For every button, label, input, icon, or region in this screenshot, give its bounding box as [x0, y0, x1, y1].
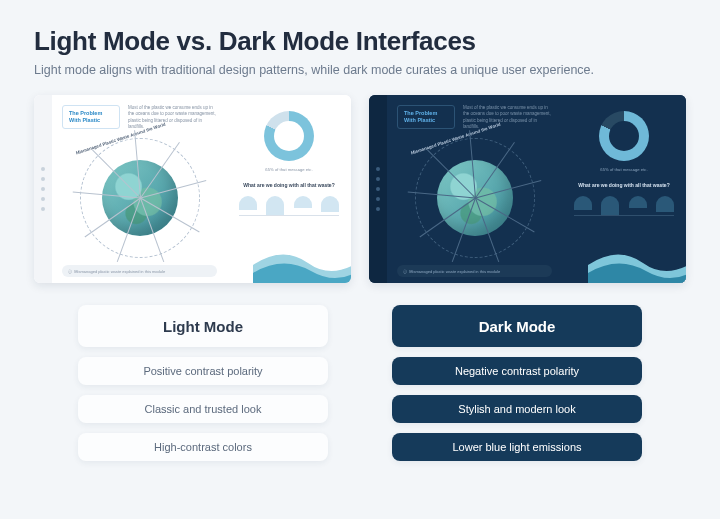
donut-chart — [599, 111, 649, 161]
dark-feature: Stylish and modern look — [392, 395, 642, 423]
preview-row: The Problem With Plastic Most of the pla… — [34, 95, 686, 283]
sidebar-rail — [34, 95, 52, 283]
caption-bar: ⓘ Mismanaged plastic waste explained in … — [397, 265, 552, 277]
globe-chart: Mismanaged Plastic Waste Around the Worl… — [76, 134, 204, 262]
wave-decoration — [253, 245, 351, 283]
light-feature: High-contrast colors — [78, 433, 328, 461]
light-feature: Positive contrast polarity — [78, 357, 328, 385]
dark-mode-heading: Dark Mode — [392, 305, 642, 347]
sidebar-rail — [369, 95, 387, 283]
dark-feature: Negative contrast polarity — [392, 357, 642, 385]
light-column: Light Mode Positive contrast polarity Cl… — [78, 305, 328, 461]
dark-column: Dark Mode Negative contrast polarity Sty… — [392, 305, 642, 461]
donut-chart — [264, 111, 314, 161]
mini-bar-chart — [239, 196, 339, 216]
dark-feature: Lower blue light emissions — [392, 433, 642, 461]
dark-preview: The Problem With Plastic Most of the pla… — [369, 95, 686, 283]
caption-bar: ⓘ Mismanaged plastic waste explained in … — [62, 265, 217, 277]
globe-chart: Mismanaged Plastic Waste Around the Worl… — [411, 134, 539, 262]
light-preview: The Problem With Plastic Most of the pla… — [34, 95, 351, 283]
page-title: Light Mode vs. Dark Mode Interfaces — [34, 26, 686, 57]
mini-bar-chart — [574, 196, 674, 216]
wave-decoration — [588, 245, 686, 283]
light-feature: Classic and trusted look — [78, 395, 328, 423]
page-subtitle: Light mode aligns with traditional desig… — [34, 63, 686, 77]
info-card-title: The Problem With Plastic — [62, 105, 120, 129]
comparison-cards: Light Mode Positive contrast polarity Cl… — [34, 305, 686, 461]
info-card-title: The Problem With Plastic — [397, 105, 455, 129]
light-mode-heading: Light Mode — [78, 305, 328, 347]
